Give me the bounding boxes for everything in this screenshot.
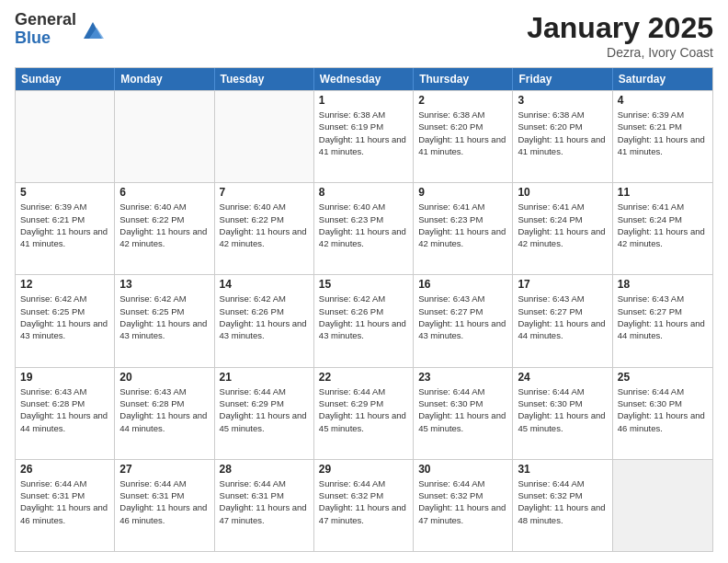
cal-cell-day-21: 21Sunrise: 6:44 AM Sunset: 6:29 PM Dayli… <box>215 368 314 459</box>
cal-cell-day-5: 5Sunrise: 6:39 AM Sunset: 6:21 PM Daylig… <box>16 183 115 274</box>
header-cell-thursday: Thursday <box>414 68 513 90</box>
cal-row: 12Sunrise: 6:42 AM Sunset: 6:25 PM Dayli… <box>16 274 712 366</box>
day-number: 28 <box>220 463 309 476</box>
day-number: 17 <box>518 278 607 291</box>
day-number: 27 <box>119 463 209 476</box>
cal-row: 1Sunrise: 6:38 AM Sunset: 6:19 PM Daylig… <box>16 90 712 182</box>
cal-cell-day-23: 23Sunrise: 6:44 AM Sunset: 6:30 PM Dayli… <box>414 368 513 459</box>
cal-cell-day-15: 15Sunrise: 6:42 AM Sunset: 6:26 PM Dayli… <box>314 275 414 366</box>
month-title: January 2025 <box>527 11 713 45</box>
header-cell-monday: Monday <box>115 68 214 90</box>
day-number: 12 <box>20 278 109 291</box>
header-cell-friday: Friday <box>513 68 612 90</box>
page: General Blue January 2025 Dezra, Ivory C… <box>0 0 728 563</box>
cal-cell-day-1: 1Sunrise: 6:38 AM Sunset: 6:19 PM Daylig… <box>314 91 414 182</box>
day-number: 31 <box>518 463 607 476</box>
day-info: Sunrise: 6:40 AM Sunset: 6:22 PM Dayligh… <box>220 201 309 249</box>
day-info: Sunrise: 6:43 AM Sunset: 6:27 PM Dayligh… <box>618 293 708 341</box>
day-number: 9 <box>418 186 507 199</box>
day-number: 23 <box>418 371 507 384</box>
day-number: 6 <box>119 186 209 199</box>
subtitle: Dezra, Ivory Coast <box>527 45 713 60</box>
day-info: Sunrise: 6:44 AM Sunset: 6:30 PM Dayligh… <box>618 385 708 434</box>
calendar-body: 1Sunrise: 6:38 AM Sunset: 6:19 PM Daylig… <box>16 90 712 551</box>
day-number: 24 <box>518 371 607 384</box>
day-info: Sunrise: 6:42 AM Sunset: 6:26 PM Dayligh… <box>220 293 309 341</box>
cal-cell-day-4: 4Sunrise: 6:39 AM Sunset: 6:21 PM Daylig… <box>613 91 712 182</box>
day-info: Sunrise: 6:38 AM Sunset: 6:20 PM Dayligh… <box>518 109 607 157</box>
day-info: Sunrise: 6:38 AM Sunset: 6:19 PM Dayligh… <box>319 109 408 157</box>
day-number: 30 <box>418 463 507 476</box>
cal-cell-day-13: 13Sunrise: 6:42 AM Sunset: 6:25 PM Dayli… <box>115 275 214 366</box>
day-number: 29 <box>319 463 408 476</box>
cal-cell-empty <box>215 91 314 182</box>
cal-cell-day-3: 3Sunrise: 6:38 AM Sunset: 6:20 PM Daylig… <box>513 91 612 182</box>
header-cell-saturday: Saturday <box>613 68 712 90</box>
day-number: 8 <box>319 186 408 199</box>
day-number: 25 <box>618 371 708 384</box>
day-info: Sunrise: 6:40 AM Sunset: 6:22 PM Dayligh… <box>119 201 209 249</box>
header: General Blue January 2025 Dezra, Ivory C… <box>15 11 713 60</box>
day-number: 16 <box>418 278 507 291</box>
day-info: Sunrise: 6:44 AM Sunset: 6:29 PM Dayligh… <box>319 385 408 434</box>
day-info: Sunrise: 6:43 AM Sunset: 6:27 PM Dayligh… <box>518 293 607 341</box>
day-number: 14 <box>220 278 309 291</box>
day-number: 4 <box>618 94 708 107</box>
cal-cell-day-14: 14Sunrise: 6:42 AM Sunset: 6:26 PM Dayli… <box>215 275 314 366</box>
cal-cell-day-7: 7Sunrise: 6:40 AM Sunset: 6:22 PM Daylig… <box>215 183 314 274</box>
day-number: 20 <box>119 371 209 384</box>
cal-cell-empty <box>613 460 712 551</box>
cal-cell-day-27: 27Sunrise: 6:44 AM Sunset: 6:31 PM Dayli… <box>115 460 214 551</box>
cal-cell-day-10: 10Sunrise: 6:41 AM Sunset: 6:24 PM Dayli… <box>513 183 612 274</box>
logo-text: General Blue <box>15 11 76 48</box>
cal-row: 5Sunrise: 6:39 AM Sunset: 6:21 PM Daylig… <box>16 182 712 274</box>
day-number: 1 <box>319 94 408 107</box>
cal-row: 26Sunrise: 6:44 AM Sunset: 6:31 PM Dayli… <box>16 459 712 551</box>
cal-cell-empty <box>115 91 214 182</box>
day-info: Sunrise: 6:44 AM Sunset: 6:32 PM Dayligh… <box>319 477 408 526</box>
cal-cell-day-25: 25Sunrise: 6:44 AM Sunset: 6:30 PM Dayli… <box>613 368 712 459</box>
day-info: Sunrise: 6:44 AM Sunset: 6:32 PM Dayligh… <box>518 477 607 526</box>
title-block: January 2025 Dezra, Ivory Coast <box>527 11 713 60</box>
day-number: 2 <box>418 94 507 107</box>
day-info: Sunrise: 6:44 AM Sunset: 6:32 PM Dayligh… <box>418 477 507 526</box>
cal-cell-day-17: 17Sunrise: 6:43 AM Sunset: 6:27 PM Dayli… <box>513 275 612 366</box>
day-info: Sunrise: 6:43 AM Sunset: 6:28 PM Dayligh… <box>119 385 209 434</box>
logo-icon <box>80 17 106 42</box>
day-info: Sunrise: 6:44 AM Sunset: 6:30 PM Dayligh… <box>418 385 507 434</box>
day-info: Sunrise: 6:44 AM Sunset: 6:29 PM Dayligh… <box>220 385 309 434</box>
day-info: Sunrise: 6:39 AM Sunset: 6:21 PM Dayligh… <box>618 109 708 157</box>
day-info: Sunrise: 6:42 AM Sunset: 6:26 PM Dayligh… <box>319 293 408 341</box>
cal-cell-day-11: 11Sunrise: 6:41 AM Sunset: 6:24 PM Dayli… <box>613 183 712 274</box>
cal-cell-day-9: 9Sunrise: 6:41 AM Sunset: 6:23 PM Daylig… <box>414 183 513 274</box>
cal-cell-day-22: 22Sunrise: 6:44 AM Sunset: 6:29 PM Dayli… <box>314 368 414 459</box>
cal-cell-day-12: 12Sunrise: 6:42 AM Sunset: 6:25 PM Dayli… <box>16 275 115 366</box>
day-info: Sunrise: 6:41 AM Sunset: 6:24 PM Dayligh… <box>518 201 607 249</box>
day-info: Sunrise: 6:44 AM Sunset: 6:30 PM Dayligh… <box>518 385 607 434</box>
day-number: 5 <box>20 186 109 199</box>
header-cell-sunday: Sunday <box>16 68 115 90</box>
cal-cell-day-20: 20Sunrise: 6:43 AM Sunset: 6:28 PM Dayli… <box>115 368 214 459</box>
day-info: Sunrise: 6:41 AM Sunset: 6:23 PM Dayligh… <box>418 201 507 249</box>
day-number: 22 <box>319 371 408 384</box>
day-info: Sunrise: 6:38 AM Sunset: 6:20 PM Dayligh… <box>418 109 507 157</box>
header-cell-wednesday: Wednesday <box>314 68 414 90</box>
day-number: 7 <box>220 186 309 199</box>
day-number: 11 <box>618 186 708 199</box>
day-info: Sunrise: 6:43 AM Sunset: 6:27 PM Dayligh… <box>418 293 507 341</box>
day-number: 10 <box>518 186 607 199</box>
cal-cell-day-24: 24Sunrise: 6:44 AM Sunset: 6:30 PM Dayli… <box>513 368 612 459</box>
cal-cell-empty <box>16 91 115 182</box>
cal-cell-day-16: 16Sunrise: 6:43 AM Sunset: 6:27 PM Dayli… <box>414 275 513 366</box>
calendar: SundayMondayTuesdayWednesdayThursdayFrid… <box>15 67 713 552</box>
cal-cell-day-8: 8Sunrise: 6:40 AM Sunset: 6:23 PM Daylig… <box>314 183 414 274</box>
day-info: Sunrise: 6:42 AM Sunset: 6:25 PM Dayligh… <box>119 293 209 341</box>
day-info: Sunrise: 6:44 AM Sunset: 6:31 PM Dayligh… <box>20 477 109 526</box>
day-number: 26 <box>20 463 109 476</box>
cal-cell-day-31: 31Sunrise: 6:44 AM Sunset: 6:32 PM Dayli… <box>513 460 612 551</box>
header-cell-tuesday: Tuesday <box>215 68 314 90</box>
logo-general: General <box>15 11 76 29</box>
day-info: Sunrise: 6:44 AM Sunset: 6:31 PM Dayligh… <box>119 477 209 526</box>
day-number: 3 <box>518 94 607 107</box>
logo: General Blue <box>15 11 106 48</box>
